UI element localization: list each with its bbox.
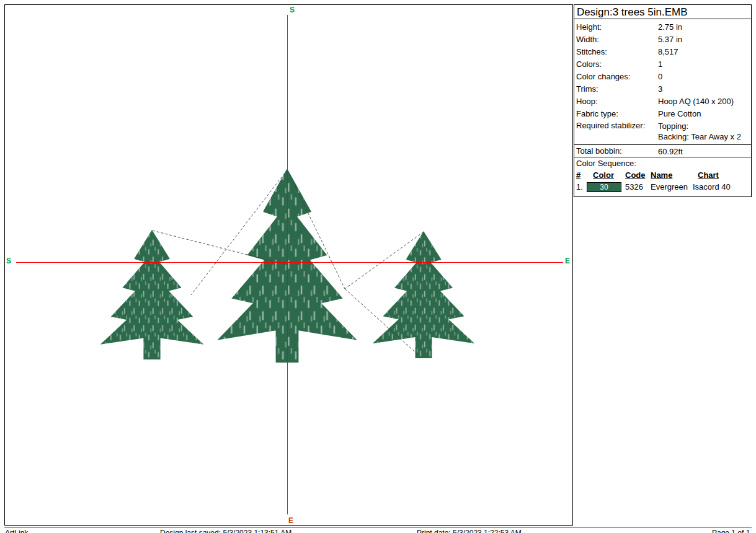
info-value: 2.75 in bbox=[658, 21, 682, 33]
color-sequence-heading: Color Sequence: bbox=[574, 157, 751, 169]
color-row-number: 1. bbox=[576, 181, 583, 193]
thread-name: Evergreen bbox=[651, 181, 688, 193]
col-header-num: # bbox=[576, 169, 580, 181]
info-row-stabilizer: Required stabilizer: Topping: Backing: T… bbox=[574, 120, 751, 143]
info-label: Colors: bbox=[576, 59, 602, 69]
info-row-fabric-type: Fabric type: Pure Cotton bbox=[574, 108, 751, 120]
footer-last-saved: Design last saved: 5/3/2023 1:13:51 AM bbox=[160, 529, 291, 533]
info-value: Hoop AQ (140 x 200) bbox=[658, 95, 734, 108]
color-sequence-row: 1. 30 5326 Evergreen Isacord 40 bbox=[574, 181, 751, 193]
design-title: Design:3 trees 5in.EMB bbox=[574, 4, 752, 19]
thread-color-swatch: 30 bbox=[587, 182, 621, 192]
design-artwork bbox=[5, 5, 572, 525]
info-value: 3 bbox=[658, 83, 662, 95]
info-label: Width: bbox=[576, 35, 599, 44]
color-sequence-headers: # Color Code Name Chart bbox=[574, 169, 751, 181]
tree-left bbox=[100, 230, 204, 359]
info-row-color-changes: Color changes: 0 bbox=[574, 71, 751, 83]
col-header-name: Name bbox=[651, 169, 672, 181]
tree-right bbox=[373, 231, 475, 358]
info-row-width: Width: 5.37 in bbox=[574, 33, 751, 46]
info-label: Total bobbin: bbox=[576, 146, 622, 156]
info-label: Required stabilizer: bbox=[576, 121, 645, 130]
info-row-height: Height: 2.75 in bbox=[574, 21, 751, 33]
footer-divider bbox=[4, 527, 752, 527]
info-value: 8,517 bbox=[658, 46, 678, 58]
footer-page-number: Page 1 of 1 bbox=[712, 529, 750, 533]
info-label: Height: bbox=[576, 22, 602, 32]
axis-marker-left-start: S bbox=[6, 257, 11, 265]
info-label: Trims: bbox=[576, 84, 598, 94]
col-header-chart: Chart bbox=[698, 169, 719, 181]
axis-marker-right-end: E bbox=[565, 257, 570, 265]
info-row-stitches: Stitches: 8,517 bbox=[574, 46, 751, 58]
info-value: 5.37 in bbox=[658, 33, 682, 46]
thread-code: 5326 bbox=[625, 181, 643, 193]
axis-marker-top-start: S bbox=[290, 6, 295, 14]
color-sequence-section: Color Sequence: # Color Code Name Chart … bbox=[574, 157, 752, 197]
info-value-line2: Backing: Tear Away x 2 bbox=[658, 131, 741, 143]
print-preview-page: S S E E Design:3 trees 5in.EMB Height: 2… bbox=[0, 0, 756, 533]
col-header-color: Color bbox=[593, 169, 614, 181]
info-value: 60.92ft bbox=[658, 146, 683, 157]
design-canvas: S S E E bbox=[4, 4, 573, 526]
thread-chart: Isacord 40 bbox=[693, 181, 731, 193]
axis-marker-bottom-end: E bbox=[288, 517, 293, 524]
info-value: 1 bbox=[658, 58, 662, 71]
design-info-panel: Design:3 trees 5in.EMB Height: 2.75 in W… bbox=[574, 4, 752, 197]
info-row-total-bobbin: Total bobbin: 60.92ft bbox=[574, 144, 752, 157]
info-label: Fabric type: bbox=[576, 109, 618, 118]
info-row-hoop: Hoop: Hoop AQ (140 x 200) bbox=[574, 95, 751, 108]
footer-print-date: Print date: 5/3/2023 1:22:53 AM bbox=[417, 529, 522, 533]
info-label: Color changes: bbox=[576, 72, 630, 81]
design-properties: Height: 2.75 in Width: 5.37 in Stitches:… bbox=[574, 19, 752, 145]
footer-app-name: ArtLink bbox=[5, 529, 28, 533]
info-label: Hoop: bbox=[576, 97, 598, 106]
info-value: Topping: bbox=[658, 121, 688, 132]
info-value: 0 bbox=[658, 71, 662, 83]
info-row-trims: Trims: 3 bbox=[574, 83, 751, 95]
col-header-code: Code bbox=[625, 169, 646, 181]
info-row-colors: Colors: 1 bbox=[574, 58, 751, 71]
info-value: Pure Cotton bbox=[658, 108, 701, 120]
info-label: Stitches: bbox=[576, 47, 607, 56]
